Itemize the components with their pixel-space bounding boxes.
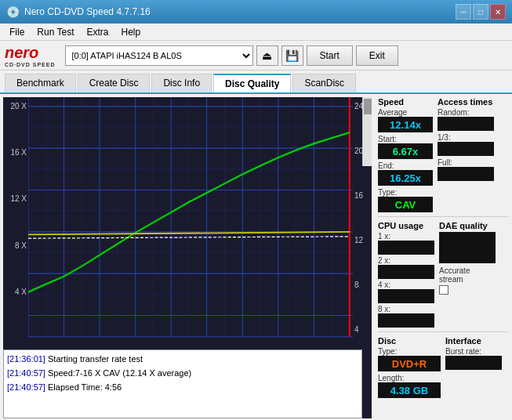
log-entry-1: [21:40:57] Speed:7-16 X CAV (12.14 X ave… <box>7 366 358 380</box>
chart-svg <box>28 97 353 348</box>
window-title: Nero CD-DVD Speed 4.7.7.16 <box>24 6 456 17</box>
full-label: Full: <box>438 158 494 167</box>
dae-value <box>439 232 496 263</box>
menubar: File Run Test Extra Help <box>0 24 512 41</box>
eject-icon[interactable]: ⏏ <box>256 45 278 66</box>
y-label-12: 12 X <box>5 194 27 203</box>
save-icon[interactable]: 💾 <box>281 45 303 66</box>
interface-section: Interface Burst rate: <box>445 336 502 398</box>
disc-section: Disc Type: DVD+R Length: 4.38 GB <box>378 336 441 398</box>
log-time-1: [21:40:57] <box>7 368 45 378</box>
accurate-label: Accurate <box>439 266 496 275</box>
log-area: [21:36:01] Starting transfer rate test [… <box>3 349 362 418</box>
y-right-12: 12 <box>354 236 370 244</box>
cpu-4x-value <box>378 289 434 303</box>
log-entry-0: [21:36:01] Starting transfer rate test <box>7 352 358 366</box>
window-controls: ─ □ ✕ <box>456 4 506 20</box>
cpu-1x-value <box>378 241 434 255</box>
random-value <box>438 117 494 131</box>
disc-length-label: Length: <box>378 374 441 382</box>
log-msg-2: Elapsed Time: 4:56 <box>48 382 122 392</box>
divider-1 <box>378 216 509 217</box>
minimize-button[interactable]: ─ <box>456 4 471 20</box>
close-button[interactable]: ✕ <box>490 4 506 20</box>
tab-scandisc[interactable]: ScanDisc <box>292 74 356 92</box>
toolbar: nero CD·DVD SPEED [0:0] ATAPI iHAS124 B … <box>0 41 512 71</box>
y-label-20: 20 X <box>5 102 27 110</box>
tab-discinfo[interactable]: Disc Info <box>151 74 212 92</box>
tab-discquality[interactable]: Disc Quality <box>213 74 291 92</box>
disc-length-value: 4.38 GB <box>378 382 441 398</box>
cpu-2x-value <box>378 265 434 279</box>
menu-file[interactable]: File <box>3 25 31 39</box>
right-panel: Speed Average 12.14x Start: 6.67x End: 1… <box>375 94 512 420</box>
nero-text: nero <box>5 44 38 62</box>
access-section: Access times Random: 1/3: Full: <box>438 97 494 212</box>
burst-label: Burst rate: <box>445 347 502 356</box>
cpu-header: CPU usage <box>378 221 434 230</box>
interface-header: Interface <box>445 336 502 346</box>
divider-2 <box>378 331 509 332</box>
maximize-button[interactable]: □ <box>473 4 488 20</box>
log-msg-1: Speed:7-16 X CAV (12.14 X average) <box>48 368 191 378</box>
type-label: Type: <box>378 188 433 197</box>
type-value: CAV <box>378 197 433 212</box>
log-time-2: [21:40:57] <box>7 382 45 392</box>
main-content: 20 X 16 X 12 X 8 X 4 X <box>0 94 512 420</box>
y-label-4: 4 X <box>5 288 27 296</box>
accurate-stream-checkbox[interactable] <box>439 285 448 295</box>
y-right-8: 8 <box>354 281 370 289</box>
end-label: End: <box>378 161 433 170</box>
y-label-8: 8 X <box>5 241 27 250</box>
tab-benchmark[interactable]: Benchmark <box>5 74 76 92</box>
disc-type-value: DVD+R <box>378 356 441 371</box>
speed-header: Speed <box>378 97 433 107</box>
disc-type-label: Type: <box>378 347 441 356</box>
log-time-0: [21:36:01] <box>7 354 45 364</box>
access-header: Access times <box>438 97 494 107</box>
cpu-4x-label: 4 x: <box>378 281 434 289</box>
cpu-1x-label: 1 x: <box>378 232 434 241</box>
log-scrollbar[interactable] <box>362 97 372 166</box>
chart-area: 20 X 16 X 12 X 8 X 4 X <box>3 97 372 418</box>
tab-bar: Benchmark Create Disc Disc Info Disc Qua… <box>0 71 512 94</box>
titlebar: 💿 Nero CD-DVD Speed 4.7.7.16 ─ □ ✕ <box>0 0 512 24</box>
nero-logo: nero CD·DVD SPEED <box>5 44 56 67</box>
exit-button[interactable]: Exit <box>356 45 398 66</box>
cpu-8x-label: 8 x: <box>378 305 434 313</box>
menu-help[interactable]: Help <box>115 25 147 39</box>
cpu-section: CPU usage 1 x: 2 x: 4 x: 8 x: <box>378 221 434 328</box>
cpu-8x-value <box>378 313 434 328</box>
average-value: 12.14x <box>378 117 433 132</box>
scrollbar-thumb[interactable] <box>364 99 372 114</box>
onethird-value <box>438 142 494 156</box>
average-label: Average <box>378 108 433 117</box>
tab-createdisc[interactable]: Create Disc <box>78 74 151 92</box>
log-msg-0: Starting transfer rate test <box>48 354 143 364</box>
menu-runtest[interactable]: Run Test <box>31 25 80 39</box>
full-value <box>438 167 494 181</box>
start-label: Start: <box>378 135 433 143</box>
y-right-4: 4 <box>354 325 370 334</box>
dae-header: DAE quality <box>439 221 496 230</box>
svg-rect-0 <box>28 97 353 348</box>
start-value: 6.67x <box>378 143 433 159</box>
y-label-16: 16 X <box>5 148 27 157</box>
log-entry-2: [21:40:57] Elapsed Time: 4:56 <box>7 380 358 394</box>
random-label: Random: <box>438 108 494 117</box>
y-right-16: 16 <box>354 191 370 200</box>
cpu-2x-label: 2 x: <box>378 256 434 265</box>
accurate-stream-row <box>439 285 496 295</box>
cdspeed-text: CD·DVD SPEED <box>5 62 56 67</box>
speed-section: Speed Average 12.14x Start: 6.67x End: 1… <box>378 97 433 212</box>
menu-extra[interactable]: Extra <box>80 25 114 39</box>
onethird-label: 1/3: <box>438 133 494 142</box>
stream-label: stream <box>439 275 496 284</box>
drive-selector[interactable]: [0:0] ATAPI iHAS124 B AL0S <box>65 45 253 66</box>
start-button[interactable]: Start <box>307 45 353 66</box>
end-value: 16.25x <box>378 170 433 186</box>
dae-section: DAE quality Accurate stream <box>439 221 496 328</box>
disc-header: Disc <box>378 336 441 346</box>
burst-value <box>445 356 502 370</box>
